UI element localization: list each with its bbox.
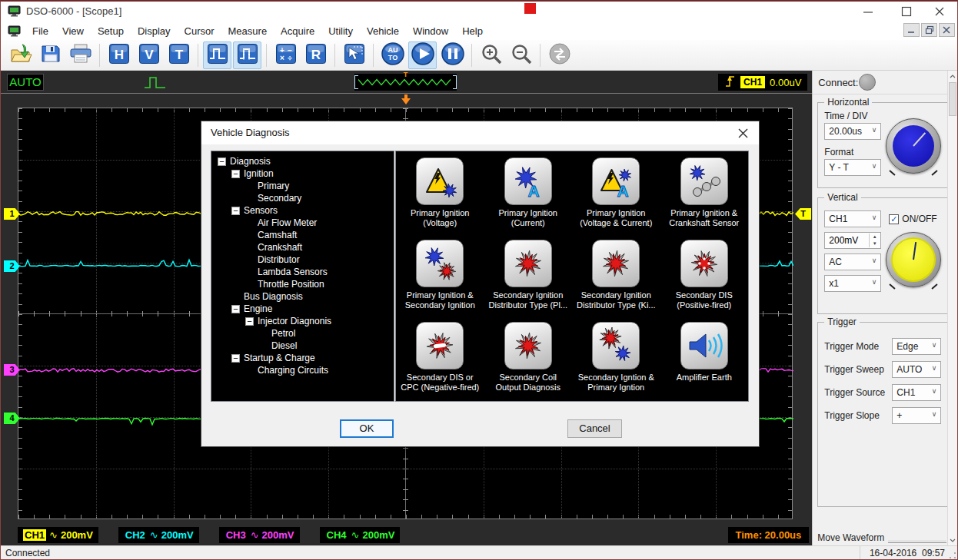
tree-item-engine[interactable]: −Engine xyxy=(211,303,394,315)
coupling-select[interactable]: AC xyxy=(824,253,881,270)
volts-div-stepper[interactable]: 200mV ▲▼ xyxy=(824,232,881,249)
diagnosis-item-primary-ignition-voltage[interactable]: Primary Ignition(Voltage) xyxy=(396,153,484,235)
collapse-icon[interactable]: − xyxy=(231,354,240,363)
tree-item-sensors[interactable]: −Sensors xyxy=(211,204,394,217)
vertical-knob[interactable] xyxy=(884,230,943,289)
tree-item-lambda-sensors[interactable]: Lambda Sensors xyxy=(211,266,394,278)
zoom-out-button[interactable] xyxy=(507,41,535,69)
ok-button[interactable]: OK xyxy=(340,419,394,438)
mdi-restore-button[interactable] xyxy=(921,23,937,37)
menu-cursor[interactable]: Cursor xyxy=(178,24,221,38)
diagnosis-item-primary-ignition-current[interactable]: APrimary Ignition(Current) xyxy=(484,153,573,235)
warning-burst-icon[interactable] xyxy=(416,157,464,205)
red-burst-minus-icon[interactable] xyxy=(416,322,464,369)
autoset-button[interactable]: AUTO xyxy=(378,41,407,69)
ref-button[interactable]: R xyxy=(301,41,330,69)
menu-vehicle[interactable]: Vehicle xyxy=(360,24,406,38)
diagnosis-item-secondary-coil-output-diagnosis[interactable]: Secondary CoilOutput Diagnosis xyxy=(484,317,573,399)
save-button[interactable] xyxy=(36,41,65,69)
tree-item-camshaft[interactable]: Camshaft xyxy=(211,229,394,241)
tree-item-ignition[interactable]: −Ignition xyxy=(211,167,394,180)
tree-item-petrol[interactable]: Petrol xyxy=(211,327,394,340)
horizontal-cursor-button[interactable]: H xyxy=(105,41,133,69)
close-button[interactable] xyxy=(934,6,946,17)
scroll-up-icon[interactable] xyxy=(948,71,957,81)
cancel-button[interactable]: Cancel xyxy=(567,419,622,438)
pause-button[interactable] xyxy=(438,41,467,69)
tree-item-crankshaft[interactable]: Crankshaft xyxy=(211,241,394,253)
trigger-level-marker[interactable]: T xyxy=(795,208,811,220)
red-blue-burst-icon[interactable] xyxy=(592,322,640,369)
trigger-cursor-button[interactable]: T xyxy=(165,41,193,69)
trigger-row-trigger-sweep-select[interactable]: AUTO xyxy=(892,361,941,378)
diagnosis-item-primary-ignition-secondary-ignition[interactable]: Primary Ignition &Secondary Ignition xyxy=(396,235,484,317)
tree-item-primary[interactable]: Primary xyxy=(211,180,394,192)
diagnosis-item-amplifier-earth[interactable]: Amplifier Earth xyxy=(660,317,749,399)
burst-crankshaft-icon[interactable] xyxy=(680,157,728,205)
speaker-icon[interactable] xyxy=(680,322,728,369)
tree-item-startup-charge[interactable]: −Startup & Charge xyxy=(211,352,394,364)
scroll-down-icon[interactable] xyxy=(948,535,957,545)
mdi-minimize-button[interactable] xyxy=(903,23,920,37)
cursor-measure-button[interactable] xyxy=(340,41,368,69)
print-button[interactable] xyxy=(66,41,95,69)
red-burst-icon[interactable] xyxy=(504,322,552,369)
format-select[interactable]: Y - T xyxy=(824,159,881,176)
maximize-button[interactable] xyxy=(901,6,913,17)
menu-view[interactable]: View xyxy=(55,24,91,38)
probe-select[interactable]: x1 xyxy=(824,275,881,292)
menu-measure[interactable]: Measure xyxy=(221,24,274,38)
tree-item-bus-diagnosis[interactable]: Bus Diagnosis xyxy=(211,290,394,303)
vertical-cursor-button[interactable]: V xyxy=(135,41,163,69)
open-button[interactable] xyxy=(6,41,35,69)
menu-help[interactable]: Help xyxy=(455,24,490,38)
scrollbar-thumb[interactable] xyxy=(949,82,956,116)
diagnosis-item-secondary-dis-positive-fired[interactable]: Secondary DIS(Positive-fired) xyxy=(660,235,749,317)
burst-ampere-icon[interactable]: A xyxy=(504,157,552,205)
math-button[interactable]: +−×÷ xyxy=(271,41,300,69)
tree-item-diagnosis[interactable]: −Diagnosis xyxy=(211,155,394,167)
run-button[interactable] xyxy=(408,41,437,69)
diagnosis-item-primary-ignition-voltage-current[interactable]: APrimary Ignition(Voltage & Current) xyxy=(572,153,660,235)
warning-ampere-icon[interactable]: A xyxy=(592,157,640,205)
zoom-in-button[interactable] xyxy=(477,41,505,69)
red-burst-icon[interactable] xyxy=(592,240,640,287)
trigger-row-trigger-source-select[interactable]: CH1 xyxy=(892,384,941,401)
menu-setup[interactable]: Setup xyxy=(91,24,131,38)
collapse-icon[interactable]: − xyxy=(231,305,240,313)
mdi-close-button[interactable] xyxy=(939,23,955,37)
red-burst-dots-icon[interactable] xyxy=(680,240,728,287)
collapse-icon[interactable]: − xyxy=(231,207,240,215)
pulse-button[interactable] xyxy=(203,41,231,69)
time-div-select[interactable]: 20.00us xyxy=(824,123,881,140)
trigger-row-trigger-mode-select[interactable]: Edge xyxy=(892,338,941,355)
diagnosis-item-secondary-igntion-primary-igntion[interactable]: Secondary Igntion &Primary Igntion xyxy=(572,317,660,399)
move-waveform-slider[interactable] xyxy=(888,540,946,543)
horizontal-trigger-position-marker[interactable] xyxy=(401,94,411,105)
tree-item-injector-diagnonis[interactable]: −Injector Diagnonis xyxy=(211,315,394,327)
tree-item-diesel[interactable]: Diesel xyxy=(211,340,394,352)
tree-item-charging-circuits[interactable]: Charging Circuits xyxy=(211,364,394,376)
red-burst-icon[interactable] xyxy=(504,240,552,287)
tree-item-distributor[interactable]: Distributor xyxy=(211,253,394,266)
collapse-icon[interactable]: − xyxy=(245,317,254,326)
collapse-icon[interactable]: − xyxy=(218,157,226,166)
collapse-icon[interactable]: − xyxy=(231,170,240,178)
menu-display[interactable]: Display xyxy=(131,24,178,38)
trigger-row-trigger-slope-select[interactable]: + xyxy=(892,407,941,424)
tree-item-throttle-position[interactable]: Throttle Position xyxy=(211,278,394,290)
pulse-measure-button[interactable] xyxy=(233,41,261,69)
panel-scrollbar[interactable] xyxy=(947,71,957,545)
menu-file[interactable]: File xyxy=(25,24,55,38)
minimize-button[interactable] xyxy=(863,6,875,17)
dialog-close-icon[interactable] xyxy=(737,127,749,139)
menu-acquire[interactable]: Acquire xyxy=(274,24,321,38)
menu-utility[interactable]: Utility xyxy=(321,24,360,38)
transfer-button[interactable] xyxy=(545,41,574,69)
diagnosis-item-secondary-ignition-distributor-type-pl[interactable]: Secondary IgnitionDistributor Type (Pl..… xyxy=(484,235,573,317)
tree-item-secondary[interactable]: Secondary xyxy=(211,192,394,204)
diagnosis-item-primary-ignition-crankshaft-sensor[interactable]: Primary Ignition &Crankshaft Sensor xyxy=(660,153,749,235)
diagnosis-item-secondary-ignition-distributor-type-ki[interactable]: Secondary IgnitionDistributor Type (Ki..… xyxy=(572,235,660,317)
vertical-channel-select[interactable]: CH1 xyxy=(824,210,881,227)
checkbox-checked-icon[interactable]: ✓ xyxy=(889,214,899,224)
